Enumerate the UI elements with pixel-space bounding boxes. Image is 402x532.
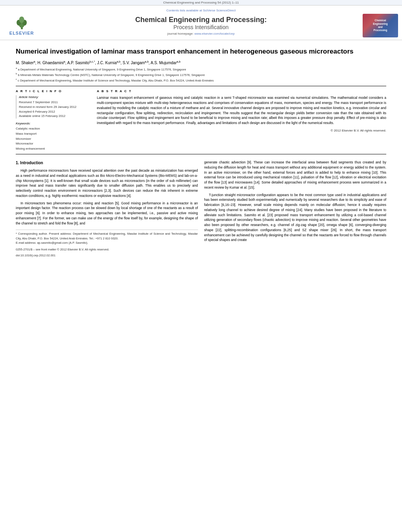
affiliations: a a Department of Mechanical Engineering…	[16, 67, 386, 83]
article-info-label: A R T I C L E I N F O	[16, 89, 91, 93]
elsevier-logo: ELSEVIER	[4, 15, 39, 37]
received-date: Received 7 September 2011	[19, 100, 91, 105]
issn-line: 0255-2701/$ – see front matter © 2012 El…	[16, 247, 198, 252]
journal-header: Contents lists available at SciVerse Sci…	[0, 6, 402, 40]
abstract-column: A B S T R A C T Laminar mass transport e…	[97, 89, 386, 152]
copyright: © 2012 Elsevier B.V. All rights reserved…	[97, 129, 386, 132]
body-col-right: generate chaotic advection [9]. These ca…	[204, 160, 387, 258]
page: Chemical Engineering and Processing 54 (…	[0, 0, 402, 532]
contents-available: Contents lists available at SciVerse Sci…	[0, 8, 402, 14]
article-authors: M. Shakera, H. Ghaedaminia, A.P. Sasmito…	[16, 60, 386, 65]
article-title: Numerical investigation of laminar mass …	[16, 47, 386, 56]
citation-bar: Chemical Engineering and Processing 54 (…	[0, 0, 402, 6]
journal-homepage-url: www.elsevier.com/locate/cep	[195, 32, 235, 35]
body-para-4: T-junction straight microreactor configu…	[204, 193, 387, 243]
journal-logo-right-text: ChemicalEngineeringandProcessing	[373, 19, 388, 32]
body-para-2: In microreactors two phenomena occur: mi…	[16, 201, 198, 226]
journal-title-block: Chemical Engineering and Processing: Pro…	[39, 16, 363, 36]
article-content: Numerical investigation of laminar mass …	[0, 40, 402, 262]
body-para-3: generate chaotic advection [9]. These ca…	[204, 160, 387, 190]
keyword-2: Mass transport	[16, 132, 91, 137]
divider-line-2	[16, 154, 386, 154]
journal-header-inner: ELSEVIER Chemical Engineering and Proces…	[0, 14, 402, 40]
citation-text: Chemical Engineering and Processing 54 (…	[163, 1, 239, 4]
keyword-4: Microreactor	[16, 141, 91, 146]
footnote-star: * Corresponding author. Present address:…	[16, 232, 198, 241]
article-info-abstract: A R T I C L E I N F O Article history: R…	[16, 89, 386, 152]
body-section: 1. Introduction High performance microre…	[16, 160, 386, 258]
footnote-email: E-mail address: ap.sasmito@gmail.com (A.…	[16, 241, 198, 245]
elsevier-text: ELSEVIER	[9, 31, 34, 35]
abstract-label: A B S T R A C T	[97, 89, 386, 93]
article-history-label: Article history:	[19, 95, 91, 99]
footnote-area: * Corresponding author. Present address:…	[16, 230, 198, 258]
accepted-date: Accepted 6 February 2012	[19, 109, 91, 114]
body-para-1: High performance microreactors have rece…	[16, 168, 198, 198]
keywords-label: Keywords:	[16, 122, 91, 125]
divider-line	[16, 86, 386, 86]
journal-homepage: journal homepage: www.elsevier.com/locat…	[43, 32, 359, 35]
journal-title-sub: Process Intensification	[43, 24, 359, 30]
article-info-column: A R T I C L E I N F O Article history: R…	[16, 89, 91, 152]
article-history: Article history: Received 7 September 20…	[16, 95, 91, 119]
keywords-section: Keywords: Catalytic reaction Mass transp…	[16, 122, 91, 152]
doi-line: doi:10.1016/j.cep.2012.02.001	[16, 253, 198, 258]
elsevier-tree-icon	[13, 16, 31, 30]
journal-logo-right: ChemicalEngineeringandProcessing	[363, 14, 398, 37]
body-col-left: 1. Introduction High performance microre…	[16, 160, 198, 258]
keyword-3: Micromixer	[16, 137, 91, 142]
keyword-1: Catalytic reaction	[16, 126, 91, 132]
available-date: Available online 15 February 2012	[19, 114, 91, 119]
revised-date: Received in revised form 29 January 2012	[19, 105, 91, 109]
intro-heading: 1. Introduction	[16, 160, 198, 166]
keyword-5: Mixing enhancement	[16, 146, 91, 152]
svg-point-4	[19, 16, 24, 23]
journal-title-main: Chemical Engineering and Processing:	[43, 16, 359, 24]
abstract-text: Laminar mass transport enhancement of ga…	[97, 95, 386, 126]
